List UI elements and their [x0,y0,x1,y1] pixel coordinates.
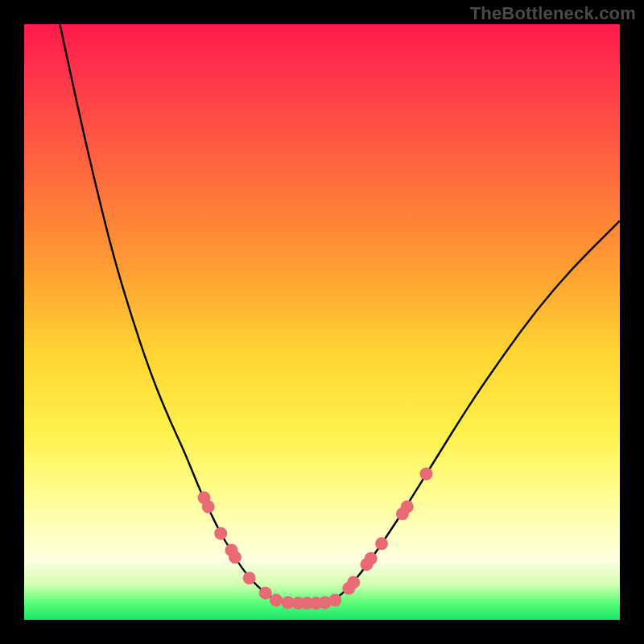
curve-marker [243,572,256,584]
curve-markers [198,468,433,610]
bottleneck-curve [60,24,620,603]
watermark-text: TheBottleneck.com [470,3,636,24]
curve-marker [259,587,272,600]
curve-marker [270,594,283,607]
curve-marker [202,500,215,513]
curve-marker [375,537,388,550]
curve-marker [347,576,360,588]
chart-frame: TheBottleneck.com [0,0,644,644]
curve-marker [214,527,227,540]
curve-marker [420,468,433,481]
curve-layer [24,24,620,620]
curve-marker [328,594,341,607]
curve-marker [229,551,242,564]
curve-marker [401,500,414,513]
curve-marker [365,552,378,565]
